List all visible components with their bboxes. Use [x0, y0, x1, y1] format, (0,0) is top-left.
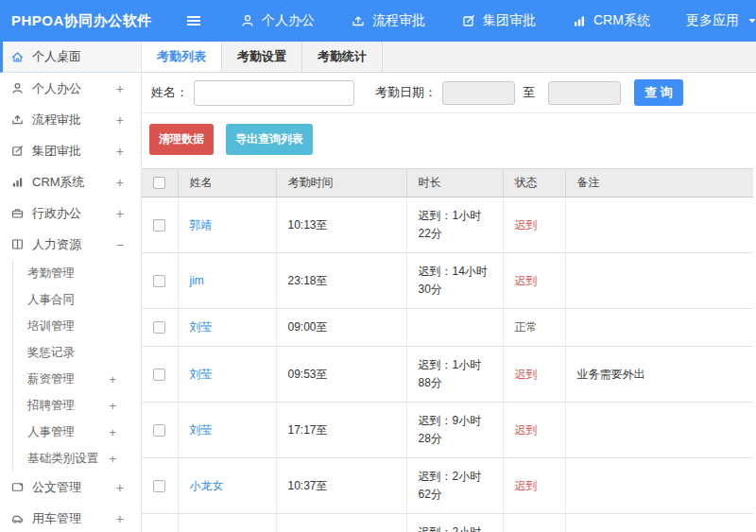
- row-checkbox[interactable]: [153, 480, 165, 492]
- topnav-item[interactable]: 更多应用: [686, 12, 756, 29]
- name-link[interactable]: 刘莹: [190, 320, 213, 334]
- time-cell: 17:17至: [276, 403, 406, 458]
- export-list-button[interactable]: 导出查询列表: [226, 124, 313, 155]
- sidebar-item-label: 公文管理: [32, 479, 81, 496]
- column-header: 考勤时间: [276, 169, 406, 197]
- sidebar-item[interactable]: 用车管理+: [0, 503, 141, 532]
- name-link[interactable]: 刘莹: [190, 423, 213, 437]
- status-badge: 迟到: [515, 218, 538, 232]
- sidebar-item[interactable]: 流程审批+: [0, 104, 141, 135]
- row-checkbox[interactable]: [153, 219, 165, 232]
- tab-item[interactable]: 考勤统计: [302, 42, 383, 72]
- note-cell: 业务需要外出: [565, 347, 753, 403]
- topnav-item[interactable]: CRM系统: [572, 12, 650, 29]
- sidebar-subitem[interactable]: 奖惩记录: [13, 339, 141, 366]
- expand-toggle-icon[interactable]: +: [116, 144, 124, 159]
- time-cell: 10:13至: [276, 197, 406, 253]
- sidebar-item[interactable]: CRM系统+: [0, 166, 141, 197]
- checkbox-cell: [142, 197, 178, 253]
- action-buttons: 清理数据 导出查询列表: [142, 113, 756, 165]
- topnav-item-label: 更多应用: [686, 12, 739, 29]
- topnav: 个人办公流程审批集团审批CRM系统更多应用: [240, 12, 756, 29]
- status-cell: 迟到: [503, 197, 565, 253]
- sidebar-item-label: 用车管理: [32, 510, 81, 527]
- duration-cell: [406, 309, 503, 347]
- sidebar-subitem[interactable]: 薪资管理+: [13, 366, 141, 392]
- table-header: 姓名考勤时间时长状态备注: [142, 169, 753, 197]
- sidebar-subitem[interactable]: 考勤管理: [13, 260, 141, 286]
- expand-toggle-icon[interactable]: +: [116, 206, 124, 221]
- date-from-input[interactable]: [442, 81, 515, 105]
- topnav-item-label: CRM系统: [593, 12, 650, 29]
- clean-data-button[interactable]: 清理数据: [149, 124, 214, 155]
- sidebar-subitem-label: 薪资管理: [27, 371, 75, 387]
- sidebar-item[interactable]: 行政办公+: [0, 197, 141, 229]
- tab-bar: 考勤列表考勤设置考勤统计: [142, 42, 756, 73]
- time-cell: 10:54至10:54: [276, 514, 406, 532]
- row-checkbox[interactable]: [153, 321, 165, 334]
- topnav-item[interactable]: 集团审批: [461, 12, 536, 29]
- name-cell: jim: [178, 253, 276, 309]
- topnav-item[interactable]: 流程审批: [351, 12, 425, 29]
- column-header: 姓名: [178, 169, 276, 197]
- name-link[interactable]: 小龙女: [190, 479, 224, 492]
- main-content: 考勤列表考勤设置考勤统计 姓名： 考勤日期： 至 查 询 清理数据 导出查询列表…: [142, 42, 756, 532]
- sidebar-subitem[interactable]: 招聘管理+: [13, 392, 141, 419]
- name-cell: 刘莹: [178, 309, 276, 347]
- expand-toggle-icon[interactable]: +: [116, 480, 124, 495]
- sidebar-subitem[interactable]: 培训管理: [13, 313, 141, 339]
- duration-cell: 迟到：2小时90分早退：7小时10分: [406, 514, 503, 532]
- checkbox-cell: [142, 309, 178, 347]
- sidebar-item[interactable]: 公文管理+: [0, 472, 141, 503]
- status-cell: 迟到: [503, 403, 565, 458]
- sidebar-subitem-label: 招聘管理: [27, 398, 75, 414]
- tab-item[interactable]: 考勤设置: [222, 42, 302, 72]
- sidebar-subitem[interactable]: 人事合同: [13, 286, 141, 313]
- select-all-checkbox[interactable]: [153, 177, 165, 189]
- expand-toggle-icon[interactable]: +: [109, 372, 116, 386]
- name-link[interactable]: jim: [190, 274, 204, 287]
- status-badge: 迟到: [515, 423, 538, 437]
- expand-toggle-icon[interactable]: +: [116, 175, 124, 190]
- sidebar-subitem-label: 培训管理: [27, 318, 75, 335]
- sidebar-item-label: 行政办公: [32, 205, 81, 222]
- search-button[interactable]: 查 询: [634, 79, 683, 106]
- time-cell: 23:18至: [276, 253, 406, 309]
- expand-toggle-icon[interactable]: +: [116, 112, 124, 128]
- sidebar-subitem[interactable]: 基础类别设置+: [13, 445, 141, 472]
- status-badge: 正常: [515, 320, 538, 334]
- briefcase-icon: [10, 206, 25, 220]
- sidebar-item[interactable]: 个人桌面: [0, 42, 141, 73]
- expand-toggle-icon[interactable]: +: [116, 81, 124, 96]
- menu-icon[interactable]: [185, 12, 202, 29]
- tab-active[interactable]: 考勤列表: [142, 42, 222, 72]
- sidebar-subitem-label: 人事合同: [27, 292, 75, 308]
- expand-toggle-icon[interactable]: +: [116, 511, 124, 526]
- expand-toggle-icon[interactable]: +: [109, 425, 116, 439]
- sidebar-subitem[interactable]: 人事管理+: [13, 419, 141, 445]
- duration-cell: 迟到：9小时28分: [406, 403, 503, 458]
- name-input[interactable]: [194, 80, 354, 106]
- sidebar-item[interactable]: 个人办公+: [0, 73, 141, 104]
- row-checkbox[interactable]: [153, 275, 165, 287]
- expand-toggle-icon[interactable]: +: [109, 399, 116, 413]
- car-icon: [10, 511, 25, 525]
- name-cell: 管理员: [178, 514, 276, 532]
- name-link[interactable]: 刘莹: [190, 368, 213, 381]
- date-to-input[interactable]: [548, 81, 621, 105]
- name-link[interactable]: 郭靖: [190, 218, 213, 232]
- row-checkbox[interactable]: [153, 424, 165, 437]
- chart-icon: [10, 175, 25, 189]
- flow-icon: [10, 112, 25, 127]
- sidebar-item[interactable]: 人力资源−: [0, 229, 141, 260]
- user-icon: [10, 81, 25, 95]
- expand-toggle-icon[interactable]: −: [116, 237, 124, 252]
- topnav-item[interactable]: 个人办公: [240, 12, 315, 29]
- header-checkbox-cell: [142, 169, 178, 197]
- book-icon: [10, 237, 25, 251]
- table-row: jim23:18至迟到：14小时30分迟到: [142, 253, 753, 309]
- note-cell: 1111: [565, 514, 753, 532]
- expand-toggle-icon[interactable]: +: [109, 452, 116, 466]
- sidebar-item[interactable]: 集团审批+: [0, 135, 141, 166]
- row-checkbox[interactable]: [153, 369, 165, 381]
